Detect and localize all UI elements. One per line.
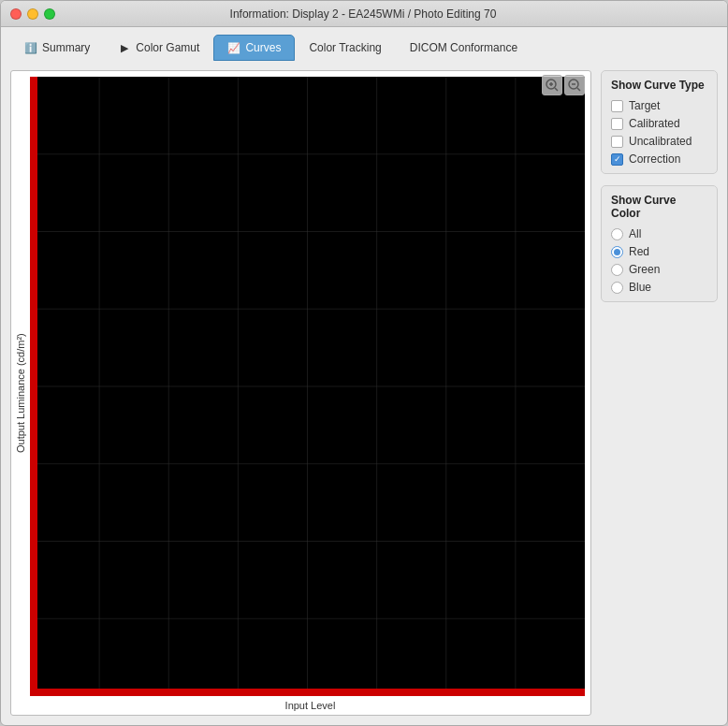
checkbox-target[interactable]: Target (611, 99, 707, 112)
all-label: All (629, 227, 641, 240)
chart-area: Input Level (30, 71, 590, 715)
zoom-out-icon (568, 79, 581, 92)
chart-canvas (30, 77, 585, 696)
curve-type-panel: Show Curve Type Target Calibrated Uncali… (601, 70, 718, 174)
tab-color-tracking[interactable]: Color Tracking (295, 35, 395, 61)
red-bar-bottom (30, 689, 585, 696)
tab-color-gamut[interactable]: ▶ Color Gamut (104, 35, 213, 61)
tab-dicom-label: DICOM Conformance (410, 41, 517, 54)
blue-label: Blue (629, 281, 651, 294)
correction-checkbox[interactable] (611, 153, 623, 166)
green-radio[interactable] (611, 264, 623, 276)
green-label: Green (629, 263, 660, 276)
calibrated-checkbox[interactable] (611, 118, 623, 130)
tab-curves[interactable]: 📈 Curves (213, 35, 295, 61)
tab-bar: ℹ️ Summary ▶ Color Gamut 📈 Curves Color … (1, 27, 727, 61)
checkbox-correction[interactable]: Correction (611, 152, 707, 166)
red-radio[interactable] (611, 246, 623, 258)
zoom-in-icon (546, 79, 559, 92)
app-window: Information: Display 2 - EA245WMi / Phot… (0, 0, 728, 726)
target-label: Target (629, 99, 660, 112)
tab-color-gamut-label: Color Gamut (136, 41, 199, 54)
y-axis-label: Output Luminance (cd/m²) (11, 71, 30, 715)
correction-label: Correction (629, 152, 680, 166)
title-bar: Information: Display 2 - EA245WMi / Phot… (1, 1, 727, 27)
radio-green[interactable]: Green (611, 263, 707, 276)
tab-summary-label: Summary (42, 41, 90, 54)
red-bar-left (30, 77, 37, 696)
target-checkbox[interactable] (611, 100, 623, 112)
tab-summary[interactable]: ℹ️ Summary (10, 35, 104, 61)
red-label: Red (629, 245, 649, 258)
svg-line-3 (555, 88, 558, 91)
play-icon: ▶ (118, 41, 131, 54)
window-title: Information: Display 2 - EA245WMi / Phot… (8, 7, 718, 21)
x-axis-label: Input Level (30, 696, 590, 715)
sidebar: Show Curve Type Target Calibrated Uncali… (601, 70, 718, 716)
chart-container: Output Luminance (cd/m²) (10, 70, 591, 716)
tab-curves-label: Curves (245, 41, 281, 54)
tab-color-tracking-label: Color Tracking (309, 41, 381, 54)
curves-icon: 📈 (227, 41, 240, 54)
chart-toolbar (542, 75, 585, 95)
curve-type-title: Show Curve Type (611, 79, 707, 92)
radio-blue[interactable]: Blue (611, 281, 707, 294)
uncalibrated-label: Uncalibrated (629, 135, 692, 148)
chart-svg (30, 77, 585, 696)
tab-dicom[interactable]: DICOM Conformance (396, 35, 531, 61)
radio-red[interactable]: Red (611, 245, 707, 258)
svg-line-6 (577, 88, 580, 91)
calibrated-label: Calibrated (629, 117, 680, 130)
uncalibrated-checkbox[interactable] (611, 136, 623, 148)
blue-radio[interactable] (611, 282, 623, 294)
curve-color-title: Show Curve Color (611, 194, 707, 220)
all-radio[interactable] (611, 228, 623, 240)
zoom-out-button[interactable] (564, 75, 585, 95)
info-icon: ℹ️ (24, 41, 37, 54)
checkbox-calibrated[interactable]: Calibrated (611, 117, 707, 130)
radio-all[interactable]: All (611, 227, 707, 240)
curve-color-panel: Show Curve Color All Red Green Blue (601, 185, 718, 302)
checkbox-uncalibrated[interactable]: Uncalibrated (611, 135, 707, 148)
content-area: Output Luminance (cd/m²) (1, 61, 727, 725)
zoom-in-button[interactable] (542, 75, 562, 95)
chart-wrapper: Output Luminance (cd/m²) (11, 71, 590, 715)
